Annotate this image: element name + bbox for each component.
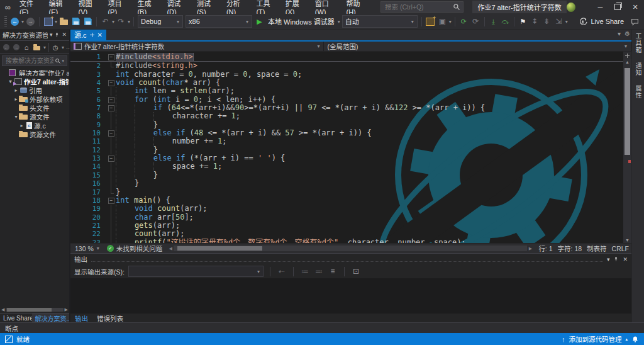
output-content[interactable]: [70, 278, 631, 314]
se-home-icon[interactable]: ⌂: [23, 42, 30, 53]
feedback-icon[interactable]: [630, 16, 640, 27]
navigate-back-icon[interactable]: ←: [9, 16, 20, 27]
se-filter-caret[interactable]: ▾: [62, 45, 64, 50]
fold-collapse-icon[interactable]: −: [108, 196, 116, 205]
menu-item[interactable]: 文件(F): [15, 0, 44, 14]
apply-changes-icon[interactable]: ⟳: [470, 16, 481, 27]
step-over-icon[interactable]: ⤼: [500, 16, 511, 27]
code-line[interactable]: 14space += 1;: [70, 162, 631, 171]
close-button[interactable]: ✕: [626, 0, 644, 14]
attach-process-icon[interactable]: [425, 16, 436, 27]
fold-collapse-icon[interactable]: −: [108, 154, 116, 162]
next-message-icon[interactable]: ≕: [314, 267, 324, 276]
output-position-caret[interactable]: ▾: [607, 256, 610, 263]
menu-item[interactable]: 帮助(H): [342, 0, 372, 14]
undo-caret[interactable]: ▾: [112, 19, 114, 25]
breakpoints-panel-titlebar[interactable]: 断点: [0, 322, 644, 333]
word-wrap-icon[interactable]: ⊡: [351, 267, 361, 276]
code-line[interactable]: 8character += 1;: [70, 112, 631, 120]
tree-item[interactable]: ▾作业7 alter-指针统计: [0, 77, 69, 86]
code-line[interactable]: 4−void count(char* arr) {: [70, 79, 631, 87]
code-line[interactable]: 11number += 1;: [70, 137, 631, 145]
panel-tab[interactable]: 错误列表: [92, 314, 128, 323]
split-editor-handle[interactable]: [623, 52, 631, 59]
se-more-icon[interactable]: ‥: [66, 44, 70, 50]
menu-item[interactable]: 工具(T): [252, 0, 280, 14]
menu-item[interactable]: 项目(P): [103, 0, 133, 14]
tree-item[interactable]: ▸引用: [0, 86, 69, 94]
document-health-indicator[interactable]: ✓ 未找到相关问题: [107, 244, 163, 253]
open-folder-icon[interactable]: [58, 16, 69, 27]
bookmark-caret[interactable]: ▾: [565, 19, 568, 25]
fold-collapse-icon[interactable]: −: [108, 96, 116, 104]
prev-bookmark-icon[interactable]: ⇞: [530, 16, 540, 27]
code-line[interactable]: 7−if (64<=*(arr+i)&&90>=*(arr+i) || 97 <…: [70, 104, 631, 112]
right-tool-tab[interactable]: 属性: [633, 85, 643, 99]
vscroll-thumb[interactable]: [625, 68, 630, 155]
navigate-back-caret[interactable]: ▾: [21, 19, 24, 25]
expander-open-icon[interactable]: ▾: [13, 114, 19, 120]
panel-tab[interactable]: Live Share: [0, 314, 32, 323]
profiler-icon[interactable]: ▣: [437, 16, 448, 27]
tree-item[interactable]: ▸外部依赖项: [0, 94, 69, 103]
menu-item[interactable]: 视图(V): [74, 0, 103, 14]
se-switch-views-caret[interactable]: ▾: [43, 45, 46, 50]
code-line[interactable]: 16}: [70, 179, 631, 188]
search-options-caret[interactable]: ▾: [62, 59, 64, 64]
navigate-forward-icon[interactable]: →: [25, 16, 36, 27]
code-line[interactable]: 3int character = 0, number = 0, space = …: [70, 71, 631, 79]
toolbar-drag-handle[interactable]: [4, 16, 7, 26]
code-line[interactable]: 1−#include<stdio.h>: [70, 53, 631, 62]
right-tool-tab[interactable]: 通知: [633, 62, 643, 76]
output-close-icon[interactable]: ✕: [623, 256, 628, 263]
hot-reload-icon[interactable]: ⟳: [458, 16, 469, 27]
tree-item[interactable]: ▾源文件: [0, 112, 69, 121]
tab-close-icon[interactable]: ✕: [97, 31, 103, 38]
start-debug-label[interactable]: 本地 Windows 调试器: [268, 16, 335, 26]
menu-item[interactable]: 生成(B): [133, 0, 162, 14]
line-ending[interactable]: CRLF: [612, 245, 629, 252]
profiler-caret[interactable]: ▾: [449, 19, 452, 25]
code-line[interactable]: 22count(arr);: [70, 230, 631, 238]
solution-config-dropdown[interactable]: Debug▾: [138, 15, 183, 28]
expander-closed-icon[interactable]: ▸: [13, 88, 19, 93]
tree-item[interactable]: 解决方案"作业7 alter-指: [0, 68, 69, 77]
pin-icon[interactable]: [54, 32, 60, 38]
se-switch-views-icon[interactable]: [33, 42, 41, 53]
tree-item[interactable]: 头文件: [0, 103, 69, 112]
panel-tab[interactable]: 输出: [70, 314, 92, 323]
minimize-button[interactable]: ─: [592, 0, 609, 14]
quick-search-box[interactable]: [380, 1, 464, 13]
code-line[interactable]: 19void count(arr);: [70, 205, 631, 213]
fold-collapse-icon[interactable]: −: [108, 104, 116, 112]
menu-item[interactable]: 分析(N): [222, 0, 252, 14]
start-debug-icon[interactable]: ▶: [254, 16, 265, 27]
code-line[interactable]: 13−else if (*(arr + i) == ' ') {: [70, 154, 631, 162]
project-dropdown[interactable]: 作业7 alter-指针统计字符数 ▾: [70, 42, 324, 51]
tree-item[interactable]: ▸c源.c: [0, 121, 69, 130]
code-line[interactable]: 5int len = strlen(arr);: [70, 87, 631, 95]
se-pending-filter-icon[interactable]: ◷: [52, 42, 59, 53]
indent-mode[interactable]: 制表符: [587, 244, 607, 253]
output-source-dropdown[interactable]: ▾: [128, 266, 264, 277]
new-project-caret[interactable]: ▾: [55, 19, 57, 25]
start-debug-caret[interactable]: ▾: [338, 19, 340, 25]
se-back-icon[interactable]: ←: [3, 42, 10, 53]
scope-dropdown[interactable]: (全局范围) ▾: [324, 42, 631, 51]
next-bookmark-icon[interactable]: ⇟: [541, 16, 552, 27]
redo-caret[interactable]: ▾: [128, 19, 130, 25]
user-avatar[interactable]: [567, 3, 575, 12]
document-tab[interactable]: 源.c ✕: [70, 29, 106, 40]
code-line[interactable]: 21gets(arr);: [70, 222, 631, 230]
undo-icon[interactable]: ↶: [100, 16, 111, 27]
code-line[interactable]: 20char arr[50];: [70, 213, 631, 222]
editor-hscrollbar[interactable]: ◀ ▶: [167, 244, 533, 253]
code-line[interactable]: 2#include<string.h>: [70, 62, 631, 70]
restore-button[interactable]: [609, 0, 626, 14]
save-icon[interactable]: [70, 16, 81, 27]
step-into-icon[interactable]: ⤓: [488, 16, 499, 27]
fold-collapse-icon[interactable]: −: [108, 79, 116, 87]
menu-item[interactable]: 扩展(X): [281, 0, 311, 14]
live-share-button[interactable]: Live Share: [579, 18, 624, 26]
right-tool-tab[interactable]: 工具箱: [633, 33, 643, 54]
